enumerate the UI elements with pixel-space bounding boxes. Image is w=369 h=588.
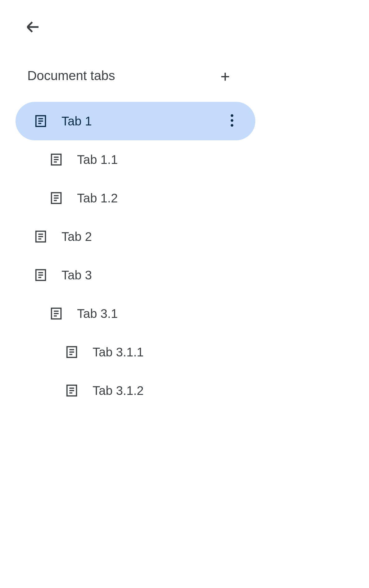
document-icon: [49, 191, 63, 205]
document-icon: [65, 383, 79, 398]
svg-point-6: [231, 124, 234, 127]
plus-icon: [219, 71, 231, 84]
add-tab-button[interactable]: [217, 70, 233, 85]
tab-label: Tab 1.1: [77, 153, 118, 167]
tab-label: Tab 3.1: [77, 307, 118, 321]
tab-item-tab-2[interactable]: Tab 2: [16, 217, 255, 256]
tab-label: Tab 1: [62, 114, 92, 128]
document-icon: [34, 114, 48, 128]
svg-point-5: [231, 119, 234, 122]
document-icon: [49, 306, 63, 321]
document-icon: [65, 345, 79, 359]
tab-label: Tab 1.2: [77, 191, 118, 205]
tab-item-tab-3[interactable]: Tab 3: [16, 256, 255, 294]
tab-label: Tab 3.1.1: [93, 345, 144, 359]
tab-item-tab-1-1[interactable]: Tab 1.1: [16, 140, 255, 179]
document-icon: [34, 268, 48, 282]
tab-item-tab-3-1-2[interactable]: Tab 3.1.2: [16, 371, 255, 410]
more-vertical-icon: [230, 114, 234, 128]
tab-list: Tab 1 Tab 1.1: [16, 102, 255, 410]
tab-label: Tab 3.1.2: [93, 384, 144, 398]
panel-title: Document tabs: [27, 68, 115, 83]
tab-label: Tab 3: [62, 268, 92, 282]
arrow-left-icon: [25, 19, 41, 37]
more-options-button[interactable]: [227, 114, 237, 129]
tab-item-tab-3-1-1[interactable]: Tab 3.1.1: [16, 333, 255, 371]
document-icon: [49, 152, 63, 167]
tab-item-tab-1[interactable]: Tab 1: [16, 102, 255, 140]
tab-item-tab-3-1[interactable]: Tab 3.1: [16, 294, 255, 333]
tab-label: Tab 2: [62, 230, 92, 244]
tab-item-tab-1-2[interactable]: Tab 1.2: [16, 179, 255, 217]
document-icon: [34, 229, 48, 244]
panel-header: Document tabs: [27, 68, 245, 83]
back-button[interactable]: [24, 19, 42, 36]
svg-point-4: [231, 114, 234, 117]
